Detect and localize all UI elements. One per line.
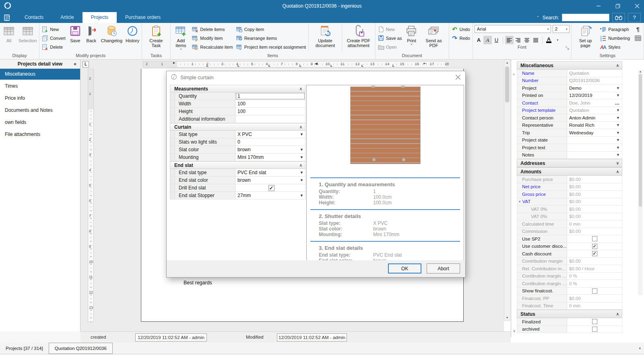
sidebar-item-times[interactable]: Times	[0, 81, 80, 92]
contibution-margin-value[interactable]: 0 %	[567, 280, 622, 287]
minimize-button[interactable]	[596, 3, 601, 9]
drill-end-slat-checkbox[interactable]: ✓	[235, 184, 305, 191]
scroll-down-icon[interactable]: ▼	[506, 315, 509, 321]
bold-button[interactable]: A	[475, 36, 483, 44]
printed-on-select[interactable]: 12/20/2019▼	[567, 92, 622, 99]
project-select[interactable]: Demo▼	[567, 84, 622, 92]
paragraph-button[interactable]: Paragraph	[600, 25, 630, 33]
panel-collapse-icon[interactable]: ^	[513, 73, 515, 78]
finalized-checkbox[interactable]	[567, 318, 622, 325]
end-slat-color-select[interactable]: brown▼	[235, 177, 305, 184]
sidebar-item-file-attachments[interactable]: File attachments	[0, 129, 80, 140]
recalculate-item-button[interactable]: Recalculate item	[192, 43, 233, 51]
slat-color-select[interactable]: brown▼	[235, 146, 305, 153]
open-button[interactable]: Open	[378, 43, 402, 51]
convert-button[interactable]: Convert	[42, 34, 66, 42]
scroll-up-icon[interactable]: ▲	[506, 60, 509, 66]
checkbox[interactable]: ✓	[268, 185, 275, 191]
redo-button[interactable]: ↷Redo	[452, 34, 470, 42]
restore-button[interactable]	[615, 3, 621, 9]
selection-button[interactable]: Selection	[17, 23, 38, 43]
help-button[interactable]: ?	[628, 13, 641, 22]
vertical-ruler[interactable]: 2112345678910111213	[88, 69, 94, 322]
mounting-select[interactable]: Mini 170mm▼	[235, 154, 305, 161]
sidebar-item-price-info[interactable]: Price info	[0, 93, 80, 104]
chevron-down-icon[interactable]: ▼	[616, 116, 620, 120]
use-customer-disco-checkbox[interactable]: ✓	[567, 243, 622, 250]
slats-wo-light-slits-input[interactable]: 0	[235, 138, 305, 146]
use-sp2-checkbox[interactable]	[567, 235, 622, 243]
print-button[interactable]: Print˅	[403, 23, 419, 46]
purchase-price-value[interactable]: $0.00	[567, 176, 622, 183]
add-items-button[interactable]: Add items˅	[171, 23, 191, 51]
search-binoculars-button[interactable]	[612, 13, 625, 22]
representative-select[interactable]: Ronald Rich▼	[567, 122, 622, 129]
bottom-tab-projects-37-314[interactable]: Projects [37 / 314]	[0, 343, 49, 354]
show-formatting-button[interactable]: ¶	[635, 25, 641, 33]
height-input[interactable]: 100	[235, 108, 305, 115]
contact-value[interactable]: Doe, John…	[567, 99, 622, 107]
checkbox[interactable]	[592, 288, 597, 294]
setup-page-button[interactable]: Set up page	[572, 23, 599, 48]
width-input[interactable]: 100	[235, 100, 305, 107]
finalcost-time-value[interactable]: 0 min	[567, 302, 622, 310]
panel-section-status[interactable]: Status∧	[517, 310, 622, 318]
underline-button[interactable]: U	[492, 36, 501, 44]
commission-value[interactable]: $0.00	[567, 228, 622, 235]
align-center-button[interactable]	[523, 36, 531, 44]
table-grid-button[interactable]	[635, 34, 641, 42]
finalcost-pp-value[interactable]: $0.00	[567, 295, 622, 302]
delete-button[interactable]: ✕Delete	[42, 43, 66, 51]
chevron-down-icon[interactable]: ▼	[616, 86, 620, 90]
calculated-time-value[interactable]: 0 min	[567, 220, 622, 228]
sidebar-item-own-fields[interactable]: own fields	[0, 117, 80, 128]
section-header-curtain[interactable]: Curtain∧	[170, 123, 305, 131]
tab-contacts[interactable]: Contacts	[16, 12, 52, 23]
project-item-receipt-assignment-button[interactable]: ∞Project item receipt assignment	[236, 43, 306, 51]
panel-collapse-bottom-icon[interactable]: ∨	[513, 329, 516, 333]
chevron-down-icon[interactable]: ▼	[616, 131, 620, 135]
slat-type-select[interactable]: X PVC▼	[235, 131, 305, 138]
chevron-down-icon[interactable]: ▼	[616, 146, 620, 150]
chevron-down-icon[interactable]: ▼	[616, 108, 620, 112]
net-price-value[interactable]: $0.00	[567, 183, 622, 191]
tree-expand-icon[interactable]: ▾	[519, 200, 521, 204]
modify-item-button[interactable]: Modify item	[192, 34, 233, 42]
checkbox[interactable]	[592, 236, 597, 241]
ruler-origin-box[interactable]: L	[83, 61, 89, 68]
chevron-down-icon[interactable]: ▼	[616, 153, 620, 157]
checkbox[interactable]	[592, 327, 597, 332]
quantity-input[interactable]: 1	[235, 93, 305, 100]
dialog-close-icon[interactable]	[455, 74, 461, 80]
gross-price-value[interactable]: $0.00	[567, 191, 622, 198]
vat-value[interactable]: $0.00	[567, 198, 622, 206]
additional-information-input[interactable]	[235, 115, 305, 123]
delete-items-button[interactable]: ✕Delete items	[192, 25, 233, 33]
panel-section-addresses[interactable]: Addresses∨	[517, 159, 622, 167]
font-color-dropdown[interactable]: ▾	[553, 36, 562, 44]
font-size-combo[interactable]: 2 ▾	[553, 25, 570, 33]
panel-scrollbar[interactable]: ▲	[638, 70, 643, 295]
all-button[interactable]: All	[1, 23, 17, 43]
ruler-margin-marker[interactable]: ▸	[173, 60, 175, 65]
tab-overflow-icon[interactable]: ▾	[639, 346, 641, 350]
align-right-button[interactable]	[514, 36, 522, 44]
scrollbar-thumb[interactable]	[505, 66, 509, 103]
document-scrollbar[interactable]: ▲ ▼	[504, 60, 510, 321]
search-input[interactable]	[562, 14, 609, 21]
update-document-button[interactable]: Update document	[310, 23, 341, 48]
project-text-select[interactable]: ▼	[567, 144, 622, 151]
vat-0-value[interactable]: $0.00	[567, 206, 622, 213]
numbering-button[interactable]: 123Numbering	[600, 34, 630, 42]
changelog-button[interactable]: Changelog	[99, 23, 124, 43]
create-pdf-attachment-button[interactable]: Create PDF attachment	[343, 23, 374, 48]
tab-purchase-orders[interactable]: Purchase orders	[117, 12, 169, 23]
contibution-margin-value[interactable]: 0 %	[567, 273, 622, 280]
save-as-button[interactable]: Save as	[378, 34, 402, 42]
new-button[interactable]: New	[378, 25, 402, 33]
sidebar-collapse-icon[interactable]: «	[74, 61, 76, 67]
rearrange-items-button[interactable]: Rearrange items	[236, 34, 306, 42]
font-name-combo[interactable]: Arial ▾	[475, 25, 551, 33]
archived-checkbox[interactable]	[567, 326, 622, 333]
dialog-title-bar[interactable]: Simple curtain	[167, 71, 465, 83]
